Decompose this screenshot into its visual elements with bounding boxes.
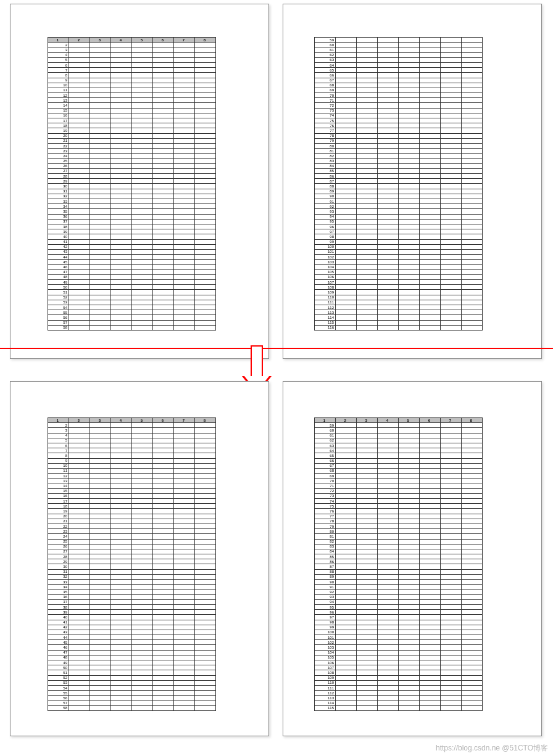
row-number: 85 — [315, 168, 336, 173]
row-number: 22 — [48, 143, 69, 148]
cell — [357, 224, 378, 229]
cell — [357, 214, 378, 219]
table-row: 77 — [315, 128, 483, 133]
row-number: 87 — [315, 179, 336, 184]
cell — [357, 509, 378, 514]
cell — [195, 179, 216, 184]
row-number: 38 — [48, 224, 69, 229]
table-row: 24 — [48, 154, 216, 158]
cell — [195, 474, 216, 479]
cell — [441, 635, 462, 640]
cell — [399, 423, 420, 428]
cell — [111, 98, 132, 103]
cell — [441, 143, 462, 148]
cell — [336, 580, 357, 585]
cell — [132, 604, 153, 609]
cell — [399, 305, 420, 310]
cell — [132, 174, 153, 179]
cell — [462, 295, 483, 300]
cell — [399, 98, 420, 103]
table-row: 44 — [48, 255, 216, 260]
row-number: 56 — [48, 315, 69, 320]
cell — [399, 168, 420, 173]
cell — [462, 149, 483, 154]
table-row: 48 — [48, 274, 216, 279]
grid-top-right: 5960616263646566676869707172737475767778… — [314, 37, 483, 331]
cell — [90, 564, 111, 569]
cell — [336, 443, 357, 448]
cell — [378, 325, 399, 330]
cell — [195, 509, 216, 514]
table-row: 62 — [315, 438, 483, 443]
cell — [441, 705, 462, 710]
cell — [111, 123, 132, 128]
cell — [174, 255, 195, 260]
page-bottom-right: 1234567859606162636465666768697071727374… — [283, 381, 542, 736]
cell — [153, 219, 174, 224]
cell — [195, 580, 216, 585]
cell — [399, 163, 420, 168]
header-row: 12345678 — [315, 418, 483, 423]
cell — [90, 158, 111, 163]
cell — [90, 209, 111, 214]
table-row: 67 — [315, 463, 483, 468]
cell — [174, 154, 195, 158]
row-number: 64 — [315, 448, 336, 453]
table-row: 93 — [315, 209, 483, 214]
cell — [69, 514, 90, 519]
cell — [132, 123, 153, 128]
row-number: 40 — [48, 615, 69, 620]
table-row: 112 — [315, 305, 483, 310]
cell — [420, 285, 441, 290]
cell — [69, 224, 90, 229]
cell — [132, 168, 153, 173]
cell — [441, 569, 462, 574]
cell — [132, 433, 153, 438]
cell — [357, 68, 378, 73]
row-number: 108 — [315, 285, 336, 290]
cell — [441, 305, 462, 310]
cell — [132, 691, 153, 696]
cell — [90, 580, 111, 585]
cell — [420, 239, 441, 244]
row-number: 112 — [315, 305, 336, 310]
cell — [420, 574, 441, 579]
cell — [420, 691, 441, 696]
row-number: 7 — [48, 68, 69, 73]
table-row: 16 — [48, 113, 216, 118]
table-row: 31 — [48, 189, 216, 194]
cell — [441, 655, 462, 660]
cell — [111, 645, 132, 650]
cell — [399, 290, 420, 295]
cell — [111, 569, 132, 574]
row-number: 46 — [48, 645, 69, 650]
cell — [420, 448, 441, 453]
cell — [69, 108, 90, 113]
cell — [462, 433, 483, 438]
cell — [441, 504, 462, 509]
cell — [357, 249, 378, 254]
row-number: 101 — [315, 635, 336, 640]
cell — [420, 665, 441, 670]
cell — [357, 544, 378, 549]
cell — [378, 88, 399, 92]
cell — [153, 214, 174, 219]
cell — [399, 184, 420, 189]
cell — [336, 564, 357, 569]
table-row: 99 — [315, 625, 483, 630]
cell — [174, 52, 195, 57]
cell — [441, 438, 462, 443]
cell — [462, 559, 483, 564]
cell — [462, 47, 483, 52]
table-row: 37 — [48, 599, 216, 604]
cell — [69, 580, 90, 585]
row-number: 55 — [48, 691, 69, 696]
cell — [378, 564, 399, 569]
cell — [357, 594, 378, 599]
cell — [357, 479, 378, 483]
cell — [153, 73, 174, 78]
cell — [90, 534, 111, 539]
table-row: 64 — [315, 448, 483, 453]
cell — [174, 108, 195, 113]
cell — [336, 149, 357, 154]
